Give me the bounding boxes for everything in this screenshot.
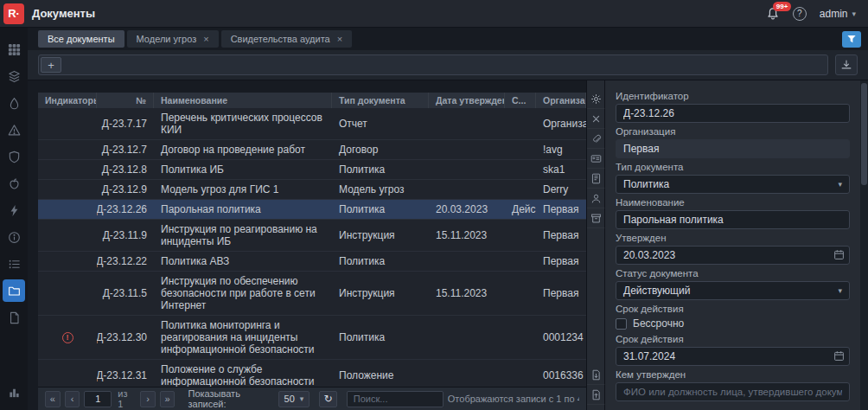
archive-tool-button[interactable]	[587, 208, 605, 228]
identifier-input[interactable]	[616, 104, 850, 123]
organization-label: Организация	[616, 126, 850, 137]
journal-icon	[590, 173, 602, 184]
close-panel-button[interactable]	[587, 109, 605, 129]
main-sidebar	[0, 28, 28, 410]
bar-chart-icon	[8, 386, 21, 399]
attachments-tool-button[interactable]	[587, 129, 605, 149]
cell-number: Д-23.12.9	[97, 180, 154, 199]
table-row[interactable]: Д-23.7.17 Перечень критических процессов…	[38, 108, 586, 140]
info-icon	[8, 231, 21, 244]
tab-all-documents[interactable]: Все документы	[38, 30, 124, 48]
table-row[interactable]: Д-23.11.5 Инструкция по обеспечению безо…	[38, 272, 586, 316]
table-row[interactable]: Д-23.11.9 Инструкция по реагированию на …	[38, 220, 586, 252]
approved-date-input[interactable]	[616, 246, 850, 265]
sidebar-item-drop[interactable]	[3, 92, 25, 114]
column-header-number[interactable]: №	[97, 93, 154, 108]
file-download-button[interactable]	[587, 365, 605, 385]
user-menu[interactable]: admin ▾	[820, 8, 856, 20]
cell-status	[505, 140, 536, 159]
cell-number: Д-23.12.30	[97, 316, 154, 359]
cell-name: Договор на проведение работ	[154, 140, 332, 159]
cell-org: Первая	[536, 272, 586, 315]
search-input[interactable]	[347, 391, 444, 407]
status-label: Статус документа	[616, 268, 850, 279]
cell-date	[429, 252, 505, 271]
file-download-icon	[590, 369, 602, 381]
tab-audit-evidence[interactable]: Свидетельства аудита ×	[221, 30, 353, 48]
cell-indicator	[38, 200, 97, 219]
cell-status	[505, 252, 536, 271]
sidebar-item-tasks[interactable]	[3, 253, 25, 275]
id-card-icon	[590, 153, 602, 164]
cell-type: Договор	[332, 140, 429, 159]
table-row[interactable]: Д-23.12.8 Политика ИБ Политика ska1	[38, 160, 586, 180]
top-header: R· Документы 99+ ? admin ▾	[0, 0, 868, 28]
tab-threat-models[interactable]: Модели угроз ×	[127, 30, 219, 48]
close-icon[interactable]: ×	[337, 34, 342, 44]
help-button[interactable]: ?	[793, 7, 807, 21]
table-row[interactable]: ! Д-23.12.30 Политика мониторинга и реаг…	[38, 316, 586, 360]
notifications-button[interactable]: 99+	[766, 7, 780, 21]
table-header: Индикаторы № Наименование Тип документа …	[38, 93, 586, 108]
name-input[interactable]	[616, 210, 850, 229]
table-row[interactable]: Д-23.12.9 Модель угроз для ГИС 1 Модель …	[38, 180, 586, 200]
doc-type-select[interactable]: Политика ▾	[616, 175, 850, 194]
next-page-button[interactable]: ›	[140, 391, 156, 407]
cell-org: 0016336	[536, 360, 586, 387]
sidebar-item-apps[interactable]	[3, 38, 25, 61]
column-header-type[interactable]: Тип документа	[332, 93, 429, 108]
calendar-icon[interactable]	[833, 350, 845, 362]
sidebar-item-documents[interactable]	[3, 279, 25, 302]
sidebar-item-events[interactable]	[3, 199, 25, 221]
cell-date	[429, 360, 505, 387]
sidebar-item-analytics[interactable]	[3, 381, 25, 403]
file-upload-icon	[590, 389, 602, 400]
status-select[interactable]: Действующий ▾	[616, 281, 850, 300]
first-page-button[interactable]: «	[45, 391, 61, 407]
settings-tool-button[interactable]	[587, 89, 605, 109]
sidebar-item-reports[interactable]	[3, 306, 25, 329]
warning-indicator-icon[interactable]: !	[62, 332, 73, 343]
table-row[interactable]: Д-23.12.22 Политика АВЗ Политика Первая	[38, 252, 586, 272]
refresh-button[interactable]: ↻	[319, 391, 336, 407]
responsible-tool-button[interactable]	[587, 189, 605, 208]
sidebar-item-incidents[interactable]	[3, 172, 25, 195]
approved-by-input[interactable]	[616, 382, 850, 401]
column-header-date[interactable]: Дата утверждения	[429, 93, 505, 108]
cell-type: Политика	[332, 316, 429, 359]
cell-date	[429, 180, 505, 199]
column-header-org[interactable]: Организац	[536, 93, 586, 108]
sidebar-item-info[interactable]	[3, 226, 25, 248]
page-number-input[interactable]	[84, 391, 112, 407]
page-size-label: Показывать записей:	[188, 388, 273, 409]
page-size-select[interactable]: 50 ▾	[278, 391, 310, 407]
sidebar-item-layers[interactable]	[3, 65, 25, 87]
app-logo[interactable]: R·	[3, 3, 24, 24]
download-icon	[840, 59, 852, 71]
quick-filter-bar[interactable]: +	[38, 54, 828, 75]
sidebar-item-risks[interactable]	[3, 119, 25, 141]
perpetual-checkbox[interactable]	[616, 318, 627, 330]
column-header-indicators[interactable]: Индикаторы	[38, 93, 97, 108]
export-button[interactable]	[835, 54, 858, 75]
close-icon[interactable]: ×	[203, 34, 208, 44]
table-row-selected[interactable]: Д-23.12.26 Парольная политика Политика 2…	[38, 200, 586, 220]
column-header-name[interactable]: Наименование	[154, 93, 332, 108]
prev-page-button[interactable]: ‹	[65, 391, 80, 407]
last-page-button[interactable]: »	[160, 391, 176, 407]
cell-type: Инструкция	[332, 220, 429, 251]
table-row[interactable]: Д-23.12.31 Положение о службе информацио…	[38, 360, 586, 387]
calendar-icon[interactable]	[833, 249, 845, 260]
journal-tool-button[interactable]	[587, 169, 605, 189]
scrollbar-thumb[interactable]	[861, 83, 867, 185]
column-header-status[interactable]: С...	[505, 93, 536, 108]
vertical-scrollbar[interactable]	[860, 80, 868, 410]
card-tool-button[interactable]	[587, 149, 605, 169]
filter-button[interactable]	[842, 31, 861, 48]
file-upload-button[interactable]	[587, 385, 605, 405]
sidebar-item-security[interactable]	[3, 145, 25, 168]
table-row[interactable]: Д-23.12.7 Договор на проведение работ До…	[38, 140, 586, 160]
cell-date: 15.11.2023	[429, 272, 505, 315]
add-button[interactable]: +	[41, 57, 61, 73]
valid-until-date-input[interactable]	[616, 347, 850, 366]
